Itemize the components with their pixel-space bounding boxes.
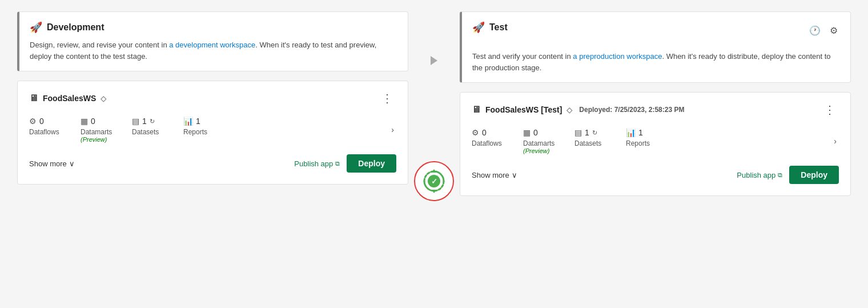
test-datamarts-sublabel: (Preview)	[523, 147, 549, 154]
development-publish-icon: ⧉	[335, 160, 340, 167]
development-workspace-header: 🖥 FoodSalesWS ◇ ⋮	[29, 91, 396, 105]
test-workspace-title: 🖥 FoodSalesWS [Test] ◇ Deployed: 7/25/20…	[472, 105, 684, 115]
dataflows-icon: ⚙	[29, 117, 37, 126]
test-publish-app-text: Publish app	[737, 171, 775, 179]
test-items-row: ⚙ 0 Dataflows ▦ 0 Datamarts (Preview) ▤	[472, 128, 839, 154]
development-more-button[interactable]: ⋮	[378, 91, 396, 105]
test-workspace-footer: Show more ∨ Publish app ⧉ Deploy	[472, 166, 839, 184]
development-dataflows-cell: ⚙ 0 Dataflows	[29, 117, 81, 136]
test-deployed-text: Deployed: 7/25/2023, 2:58:23 PM	[579, 106, 684, 114]
development-workspace-icon: 🖥	[29, 93, 38, 103]
test-datasets-cell: ▤ 1 ↻ Datasets	[574, 128, 626, 147]
test-history-button[interactable]: 🕐	[807, 24, 823, 37]
development-stage-title: 🚀 Development	[30, 21, 397, 34]
development-diamond-icon: ◇	[101, 94, 106, 103]
test-dataflows-label: Dataflows	[472, 139, 502, 147]
development-datamarts-label: Datamarts	[81, 128, 112, 136]
test-header-actions: 🕐 ⚙	[807, 24, 840, 37]
stage-arrow	[431, 56, 437, 65]
development-items-next-button[interactable]: ›	[389, 123, 396, 137]
development-show-more-text: Show more	[29, 159, 67, 168]
test-reports-cell: 📊 1 Reports	[626, 128, 677, 147]
test-publish-icon: ⧉	[778, 171, 782, 179]
development-datamarts-sublabel: (Preview)	[81, 136, 107, 143]
test-deploy-button[interactable]: Deploy	[789, 166, 839, 184]
development-dataflows-count: 0	[39, 117, 44, 126]
test-reports-icon: 📊	[626, 128, 636, 137]
development-datasets-count: 1	[142, 117, 147, 126]
development-description: Design, review, and revise your content …	[30, 39, 397, 62]
test-settings-button[interactable]: ⚙	[827, 24, 840, 37]
development-datamarts-count: 0	[91, 117, 95, 126]
test-show-more-text: Show more	[472, 171, 509, 179]
test-datamarts-cell: ▦ 0 Datamarts (Preview)	[523, 128, 574, 154]
test-workspace-card: 🖥 FoodSalesWS [Test] ◇ Deployed: 7/25/20…	[460, 92, 851, 196]
development-items-row: ⚙ 0 Dataflows ▦ 0 Datamarts (Preview) ▤	[29, 117, 396, 143]
development-publish-app-text: Publish app	[294, 159, 333, 168]
development-workspace-name: FoodSalesWS	[43, 94, 96, 103]
test-datamarts-count: 0	[533, 128, 538, 137]
datasets-icon: ▤	[132, 117, 139, 126]
pipeline-layout: 🚀 Development Design, review, and revise…	[17, 11, 851, 201]
test-datasets-count: 1	[585, 128, 589, 137]
test-stage-icon: 🚀	[472, 21, 485, 34]
test-workspace-name: FoodSalesWS [Test]	[485, 105, 562, 114]
development-show-more-button[interactable]: Show more ∨	[29, 159, 75, 168]
test-more-button[interactable]: ⋮	[821, 103, 839, 117]
test-header-card: 🚀 Test 🕐 ⚙ Test and verify your content …	[460, 11, 851, 83]
stage-transition-area: ✓	[408, 11, 460, 201]
test-stage-title: 🚀 Test	[472, 21, 508, 34]
test-items-next-button[interactable]: ›	[831, 134, 839, 148]
development-workspace-title: 🖥 FoodSalesWS ◇	[29, 93, 106, 103]
development-show-more-chevron: ∨	[69, 159, 75, 168]
test-diamond-icon: ◇	[566, 106, 572, 114]
test-reports-label: Reports	[626, 139, 650, 147]
test-show-more-chevron: ∨	[512, 171, 517, 179]
development-reports-label: Reports	[183, 128, 207, 136]
test-header-top: 🚀 Test 🕐 ⚙	[472, 21, 840, 39]
development-workspace-footer: Show more ∨ Publish app ⧉ Deploy	[29, 154, 396, 173]
test-dataflows-icon: ⚙	[472, 128, 479, 137]
test-description: Test and verify your content in a prepro…	[472, 51, 840, 73]
datamarts-icon: ▦	[81, 117, 88, 126]
test-datasets-icon: ▤	[574, 128, 582, 137]
development-publish-app-button[interactable]: Publish app ⧉	[294, 159, 340, 168]
development-header-card: 🚀 Development Design, review, and revise…	[17, 11, 408, 71]
test-datamarts-label: Datamarts	[523, 139, 554, 147]
test-datamarts-icon: ▦	[523, 128, 531, 137]
test-title-text: Test	[489, 22, 508, 33]
development-datasets-cell: ▤ 1 ↻ Datasets	[132, 117, 183, 136]
development-reports-count: 1	[196, 117, 200, 126]
development-datasets-label: Datasets	[132, 128, 159, 136]
test-workspace-icon: 🖥	[472, 105, 481, 115]
test-publish-app-button[interactable]: Publish app ⧉	[737, 171, 782, 179]
development-dataflows-label: Dataflows	[29, 128, 59, 136]
development-stage-icon: 🚀	[30, 21, 42, 34]
reports-icon: 📊	[183, 117, 193, 126]
test-workspace-header: 🖥 FoodSalesWS [Test] ◇ Deployed: 7/25/20…	[472, 103, 839, 117]
development-reports-cell: 📊 1 Reports	[183, 117, 235, 136]
deploy-progress-indicator: ✓	[414, 161, 454, 201]
development-deploy-button[interactable]: Deploy	[347, 154, 396, 173]
test-dataflows-cell: ⚙ 0 Dataflows	[472, 128, 523, 147]
test-show-more-button[interactable]: Show more ∨	[472, 171, 517, 179]
test-datasets-refresh-icon: ↻	[592, 129, 597, 137]
datasets-refresh-icon: ↻	[150, 118, 155, 125]
test-reports-count: 1	[638, 128, 643, 137]
test-stage-column: 🚀 Test 🕐 ⚙ Test and verify your content …	[460, 11, 851, 196]
deploy-check-icon: ✓	[428, 175, 440, 187]
test-dataflows-count: 0	[482, 128, 487, 137]
development-stage-column: 🚀 Development Design, review, and revise…	[17, 11, 408, 185]
development-datamarts-cell: ▦ 0 Datamarts (Preview)	[81, 117, 132, 143]
development-title-text: Development	[47, 22, 104, 33]
development-workspace-card: 🖥 FoodSalesWS ◇ ⋮ ⚙ 0 Dataflows ▦	[17, 81, 408, 185]
test-datasets-label: Datasets	[574, 139, 601, 147]
